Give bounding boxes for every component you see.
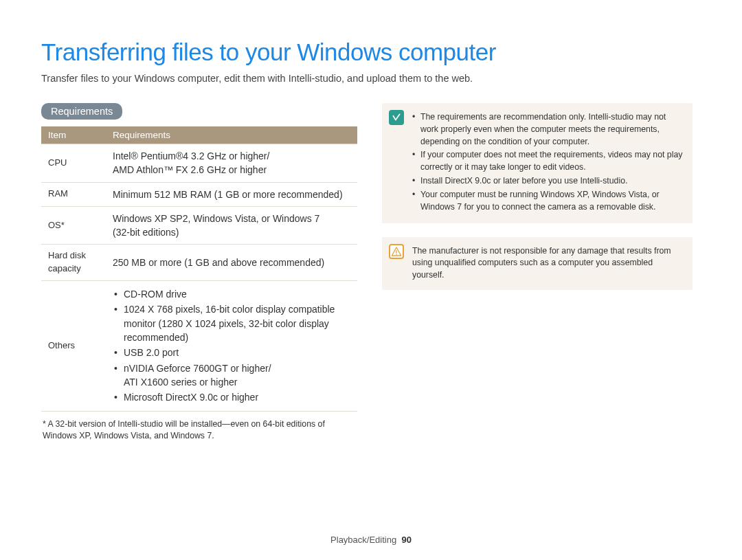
- table-row: Others CD-ROM drive 1024 X 768 pixels, 1…: [41, 281, 357, 411]
- cell-others-label: Others: [41, 281, 106, 411]
- footnote-text: * A 32-bit version of Intelli-studio wil…: [41, 418, 357, 443]
- cell-ram-label: RAM: [41, 182, 106, 206]
- info-note-box: The requirements are recommendation only…: [382, 103, 693, 223]
- info-note-list: The requirements are recommendation only…: [412, 111, 683, 214]
- list-item: CD-ROM drive: [113, 287, 350, 301]
- page-title: Transferring files to your Windows compu…: [41, 38, 701, 66]
- cell-os-value: Windows XP SP2, Windows Vista, or Window…: [106, 206, 357, 245]
- header-item: Item: [41, 126, 106, 144]
- list-item: The requirements are recommendation only…: [412, 111, 683, 148]
- list-item: If your computer does not meet the requi…: [412, 149, 683, 174]
- table-row: CPU Intel® Pentium®4 3.2 GHz or higher/ …: [41, 144, 357, 183]
- table-row: OS* Windows XP SP2, Windows Vista, or Wi…: [41, 206, 357, 245]
- list-item: USB 2.0 port: [113, 346, 350, 359]
- table-header-row: Item Requirements: [41, 126, 357, 144]
- content-columns: Requirements Item Requirements CPU Intel…: [41, 103, 701, 443]
- cell-hdd-label: Hard disk capacity: [41, 245, 106, 281]
- warning-icon: [389, 244, 404, 259]
- list-item: nVIDIA Geforce 7600GT or higher/ ATI X16…: [113, 361, 350, 390]
- cell-ram-value: Minimum 512 MB RAM (1 GB or more recomme…: [106, 182, 357, 206]
- table-row: Hard disk capacity 250 MB or more (1 GB …: [41, 245, 357, 281]
- info-icon: [389, 110, 404, 125]
- warning-text: The manufacturer is not responsible for …: [412, 245, 683, 282]
- requirements-heading: Requirements: [41, 103, 122, 120]
- intro-text: Transfer files to your Windows computer,…: [41, 73, 701, 84]
- footer-section: Playback/Editing: [330, 535, 396, 545]
- list-item: 1024 X 768 pixels, 16-bit color display …: [113, 302, 350, 344]
- left-column: Requirements Item Requirements CPU Intel…: [41, 103, 357, 443]
- svg-point-1: [396, 254, 397, 255]
- cell-hdd-value: 250 MB or more (1 GB and above recommend…: [106, 245, 357, 281]
- page-footer: Playback/Editing 90: [0, 535, 742, 545]
- footer-page-number: 90: [401, 535, 411, 545]
- others-list: CD-ROM drive 1024 X 768 pixels, 16-bit c…: [113, 287, 350, 404]
- list-item: Microsoft DirectX 9.0c or higher: [113, 390, 350, 404]
- cell-others-value: CD-ROM drive 1024 X 768 pixels, 16-bit c…: [106, 281, 357, 411]
- right-column: The requirements are recommendation only…: [382, 103, 693, 443]
- cell-os-label: OS*: [41, 206, 106, 245]
- cell-cpu-label: CPU: [41, 144, 106, 183]
- table-row: RAM Minimum 512 MB RAM (1 GB or more rec…: [41, 182, 357, 206]
- header-requirements: Requirements: [106, 126, 357, 144]
- list-item: Your computer must be running Windows XP…: [412, 189, 683, 214]
- warning-note-box: The manufacturer is not responsible for …: [382, 237, 693, 290]
- cell-cpu-value: Intel® Pentium®4 3.2 GHz or higher/ AMD …: [106, 144, 357, 183]
- requirements-table: Item Requirements CPU Intel® Pentium®4 3…: [41, 126, 357, 412]
- list-item: Install DirectX 9.0c or later before you…: [412, 175, 683, 188]
